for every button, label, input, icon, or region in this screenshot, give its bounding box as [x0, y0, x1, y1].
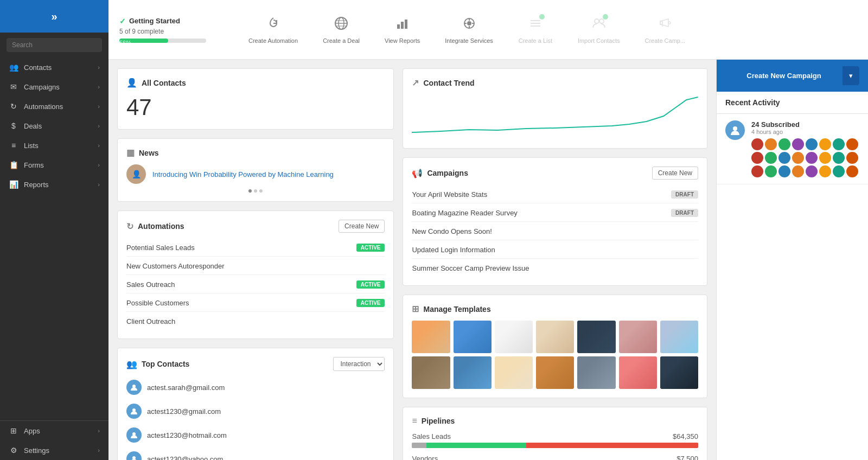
getting-started-progress-fill: 56%	[119, 39, 168, 43]
sidebar-label-deals: Deals	[24, 122, 42, 130]
sidebar-label-automations: Automations	[24, 103, 63, 111]
sidebar-label-forms: Forms	[24, 161, 44, 169]
campaigns-icon: ✉	[9, 82, 18, 91]
sidebar-item-contacts[interactable]: 👥Contacts ›	[0, 58, 108, 77]
campaign-row: New Condo Opens Soon!	[412, 223, 698, 240]
view-reports-label: View Reports	[385, 37, 420, 44]
contact-row: actest1230@yahoo.com	[126, 449, 385, 460]
template-thumb-9[interactable]	[454, 356, 492, 389]
template-thumb-6[interactable]	[619, 321, 657, 353]
sidebar-label-lists: Lists	[24, 142, 39, 150]
create-new-campaign-button[interactable]: Create New Campaign	[725, 66, 843, 85]
mini-avatar	[751, 165, 763, 177]
all-contacts-title: All Contacts	[142, 79, 186, 87]
sidebar-item-automations[interactable]: ↻Automations ›	[0, 97, 108, 116]
mini-avatar	[846, 152, 858, 164]
search-input[interactable]	[7, 38, 102, 52]
sidebar-toggle-icon[interactable]: »	[51, 10, 57, 23]
forms-arrow-icon: ›	[98, 162, 100, 168]
pipeline-row-1: Sales Leads $64,350	[412, 432, 698, 448]
template-thumb-5[interactable]	[577, 321, 615, 353]
top-contacts-icon: 👥	[126, 359, 137, 369]
contact-email-2: actest1230@gmail.com	[147, 407, 221, 416]
automations-card-icon: ↻	[126, 221, 133, 232]
contact-trend-card: ↗ Contact Trend	[403, 68, 707, 149]
sidebar-label-apps: Apps	[24, 427, 40, 435]
template-thumb-12[interactable]	[577, 356, 615, 389]
mini-avatar	[778, 138, 790, 150]
pipeline-fill-red-1	[526, 443, 698, 448]
settings-arrow-icon: ›	[98, 447, 100, 453]
sidebar-header: »	[0, 0, 108, 33]
import-contacts-label: Import Contacts	[578, 37, 620, 44]
topbar-import-contacts[interactable]: Import Contacts	[573, 11, 624, 48]
template-thumb-11[interactable]	[536, 356, 574, 389]
topbar-create-list[interactable]: Create a List	[514, 11, 557, 48]
sidebar-item-campaigns[interactable]: ✉Campaigns ›	[0, 77, 108, 97]
topbar-integrate-services[interactable]: Integrate Services	[441, 11, 497, 48]
pipeline-value-2: $7,500	[676, 455, 698, 460]
news-card: ▦ News 👤 Introducing Win Probability Pow…	[117, 138, 394, 202]
contacts-list: actest.sarah@gmail.com actest1230@gmail.…	[126, 378, 385, 460]
sidebar-item-deals[interactable]: $Deals ›	[0, 116, 108, 136]
pipeline-bar-1	[412, 443, 698, 448]
pipelines-card: ≡ Pipelines Sales Leads $64,350	[403, 407, 707, 460]
template-thumb-1[interactable]	[412, 321, 450, 353]
campaign-name-1: Your April Website Stats	[412, 190, 487, 199]
campaigns-create-new-button[interactable]: Create New	[652, 167, 698, 180]
svg-point-19	[733, 126, 737, 131]
all-contacts-card: 👤 All Contacts 47	[117, 68, 394, 130]
getting-started-subtitle: 5 of 9 complete	[119, 28, 228, 35]
svg-rect-12	[660, 21, 662, 24]
settings-icon: ⚙	[9, 446, 18, 455]
topbar-create-automation[interactable]: Create Automation	[244, 11, 302, 48]
pipeline-name-2: Vendors	[412, 455, 438, 460]
sidebar-item-lists[interactable]: ≡Lists ›	[0, 136, 108, 155]
create-campaign-button-group: Create New Campaign ▾	[725, 66, 859, 85]
automation-name-1: Potential Sales Leads	[126, 244, 195, 252]
template-thumb-3[interactable]	[495, 321, 533, 353]
activity-avatars-grid	[751, 138, 859, 177]
mini-avatar	[792, 152, 804, 164]
mini-avatar	[806, 152, 818, 164]
view-reports-icon	[395, 16, 410, 34]
lists-icon: ≡	[9, 141, 18, 150]
template-thumb-7[interactable]	[660, 321, 698, 353]
all-contacts-count: 47	[126, 94, 385, 120]
sidebar-item-settings[interactable]: ⚙Settings ›	[0, 440, 108, 460]
create-deal-label: Create a Deal	[323, 37, 360, 44]
template-thumb-4[interactable]	[536, 321, 574, 353]
integrate-services-icon	[462, 16, 477, 34]
template-thumb-10[interactable]	[495, 356, 533, 389]
topbar-create-deal[interactable]: Create a Deal	[318, 11, 364, 48]
campaigns-card: 📢 Campaigns Create New Your April Websit…	[403, 157, 707, 286]
campaign-row: Your April Website Stats DRAFT	[412, 186, 698, 203]
sidebar-item-apps[interactable]: ⊞Apps ›	[0, 421, 108, 440]
main-area: ✓ Getting Started 5 of 9 complete 56% Cr…	[108, 0, 868, 460]
reports-icon: 📊	[9, 180, 18, 189]
template-thumb-8[interactable]	[412, 356, 450, 389]
sidebar-nav: 👥Contacts › ✉Campaigns › ↻Automations › …	[0, 58, 108, 420]
create-campaign-dropdown-button[interactable]: ▾	[843, 66, 859, 85]
create-automation-label: Create Automation	[248, 37, 298, 44]
template-thumb-14[interactable]	[660, 356, 698, 389]
getting-started-pct: 56%	[119, 40, 131, 46]
sidebar-label-contacts: Contacts	[24, 63, 52, 72]
template-thumb-2[interactable]	[454, 321, 492, 353]
sidebar-item-reports[interactable]: 📊Reports ›	[0, 175, 108, 194]
interaction-filter-select[interactable]: Interaction Score Recent	[333, 357, 385, 371]
topbar-create-camp[interactable]: Create Camp...	[641, 11, 690, 48]
svg-rect-3	[401, 22, 404, 29]
topbar-view-reports[interactable]: View Reports	[380, 11, 424, 48]
campaign-draft-badge-1: DRAFT	[671, 190, 698, 199]
right-panel-top: Create New Campaign ▾	[717, 60, 868, 92]
automations-create-new-button[interactable]: Create New	[339, 220, 385, 233]
contact-avatar-3	[126, 427, 142, 443]
mini-avatar	[806, 165, 818, 177]
deals-icon: $	[9, 122, 18, 130]
getting-started-title: Getting Started	[129, 17, 180, 25]
news-link[interactable]: Introducing Win Probability Powered by M…	[152, 170, 334, 178]
left-column: 👤 All Contacts 47 ▦ News	[117, 68, 394, 451]
template-thumb-13[interactable]	[619, 356, 657, 389]
sidebar-item-forms[interactable]: 📋Forms ›	[0, 155, 108, 175]
